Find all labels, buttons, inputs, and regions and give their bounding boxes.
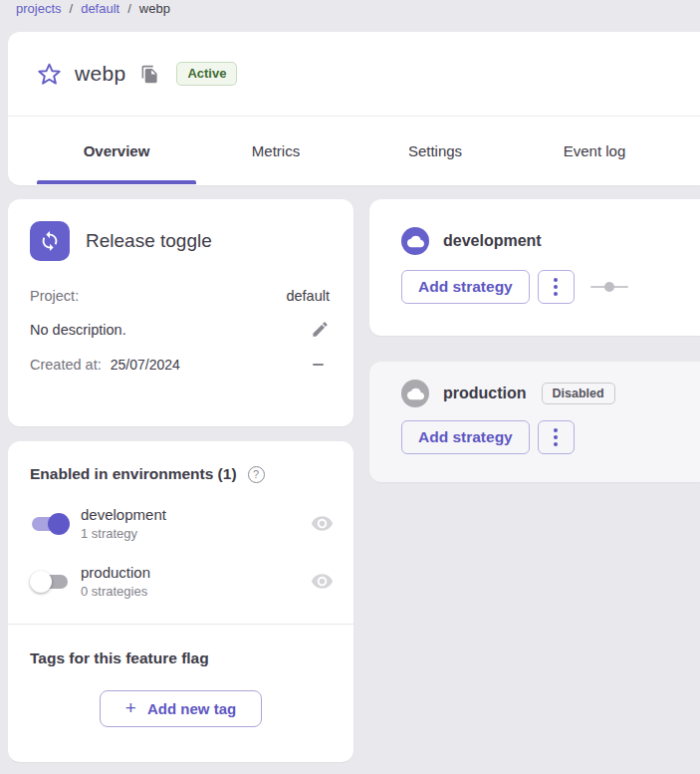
tab-overview[interactable]: Overview [37,117,196,184]
tab-event-log[interactable]: Event log [515,117,674,184]
environment-name: development [81,506,311,523]
eye-icon [311,512,334,535]
sync-icon [39,230,61,252]
kebab-menu-icon [554,428,558,432]
eye-icon [311,570,334,593]
panel-environment-name: production [443,385,527,402]
environment-cloud-badge [401,227,429,255]
development-environment-panel: development Add strategy [369,199,700,336]
tab-metrics[interactable]: Metrics [196,117,355,184]
release-toggle-type-badge [30,221,70,261]
page-title: webp [75,62,125,86]
created-value: 25/07/2024 [111,357,180,373]
favorite-star-button[interactable] [37,62,62,87]
title-row: webp Active [8,32,700,117]
breadcrumb-separator: / [70,1,74,16]
development-toggle[interactable] [30,512,70,536]
kebab-menu-icon [554,278,558,282]
production-panel-actions: Add strategy [369,407,700,454]
environment-cloud-badge [401,380,429,407]
cloud-icon [407,386,424,402]
toggle-thumb [30,571,52,593]
add-new-tag-label: Add new tag [147,700,236,717]
tab-bar: Overview Metrics Settings Event log [8,117,700,184]
environment-name: production [81,564,311,581]
status-badge: Active [176,62,237,86]
strategy-connector-icon [590,281,628,293]
development-panel-actions: Add strategy [369,255,700,304]
star-outline-icon [37,62,62,87]
cloud-icon [407,233,424,250]
breadcrumb-current: webp [139,1,170,16]
edit-description-button[interactable] [311,320,330,339]
environment-row-development: development 1 strategy [8,506,353,541]
add-new-tag-button[interactable]: + Add new tag [100,690,262,727]
created-row: Created at: 25/07/2024 [8,357,353,373]
edit-pencil-icon [311,320,330,339]
flag-type-row: Release toggle [8,199,353,261]
copy-icon [140,65,159,84]
production-visibility-button[interactable] [311,570,334,593]
plus-icon: + [125,698,136,717]
environments-card: Enabled in environments (1) ? developmen… [8,441,353,762]
description-text: No description. [30,322,126,338]
development-visibility-button[interactable] [311,512,334,535]
flag-type-label: Release toggle [86,230,212,252]
environment-strategy-count: 1 strategy [81,526,311,541]
add-strategy-button[interactable]: Add strategy [401,270,530,304]
project-value: default [286,288,330,304]
disabled-badge: Disabled [542,383,615,404]
kebab-menu-button[interactable] [538,270,575,304]
flag-details-card: Release toggle Project: default No descr… [8,199,353,426]
kebab-menu-button[interactable] [538,420,575,454]
breadcrumb-default[interactable]: default [81,1,119,16]
tab-settings[interactable]: Settings [355,117,515,184]
environments-title-row: Enabled in environments (1) ? [8,441,353,483]
breadcrumb-separator: / [127,1,131,16]
add-strategy-button[interactable]: Add strategy [401,420,530,454]
toggle-thumb [48,513,70,535]
copy-name-button[interactable] [140,65,159,84]
environments-title: Enabled in environments (1) [30,465,237,483]
description-row: No description. [8,320,353,339]
production-environment-panel: production Disabled Add strategy [369,362,700,482]
header-card: webp Active Overview Metrics Settings Ev… [8,32,700,185]
minus-dash-icon [313,364,324,366]
tags-section-title: Tags for this feature flag [8,625,353,667]
production-toggle[interactable] [30,570,70,594]
breadcrumb-projects[interactable]: projects [16,1,62,16]
feature-flag-page: projects / default / webp webp Active Ov… [0,0,700,774]
project-label: Project: [30,288,79,304]
project-row: Project: default [8,288,353,304]
production-panel-header: production Disabled [369,362,700,407]
development-panel-header: development [369,199,700,255]
environment-strategy-count: 0 strategies [81,584,311,599]
breadcrumb: projects / default / webp [16,1,170,16]
help-circle-icon[interactable]: ? [248,466,265,483]
panel-environment-name: development [443,232,542,250]
environment-row-production: production 0 strategies [8,564,353,599]
created-label: Created at: [30,357,102,373]
